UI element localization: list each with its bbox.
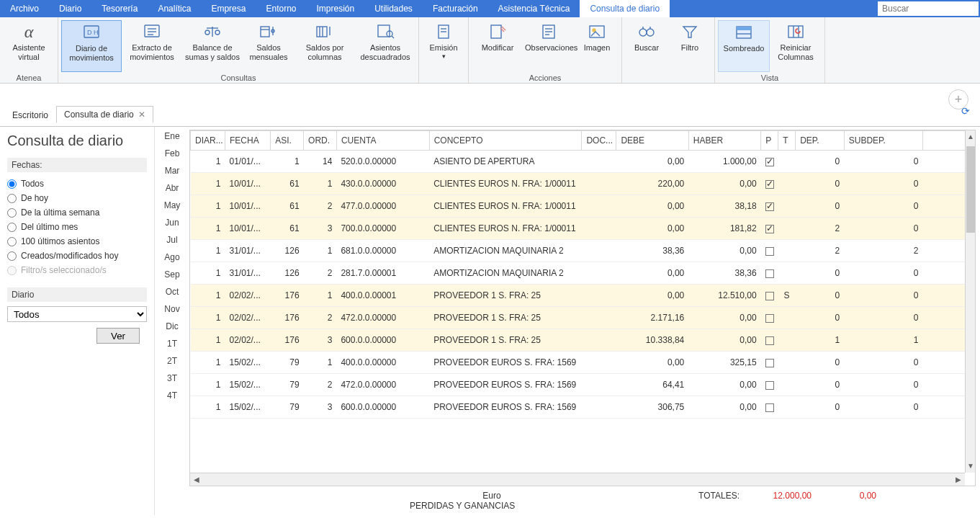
menu-consulta-de-diario[interactable]: Consulta de diario xyxy=(580,0,670,17)
menu-asistencia-técnica[interactable]: Asistencia Técnica xyxy=(488,0,580,17)
scroll-right-icon[interactable]: ▶ xyxy=(952,473,965,486)
col-header[interactable]: CUENTA xyxy=(336,131,429,151)
menu-utilidades[interactable]: Utilidades xyxy=(364,0,423,17)
month-4t[interactable]: 4T xyxy=(167,390,177,401)
table-row[interactable]: 110/01/...611430.0.0.00000CLIENTES EUROS… xyxy=(191,173,975,195)
ribbon-extracto-de-movimientos[interactable]: Extracto de movimientos xyxy=(122,20,182,72)
col-header[interactable]: ASI. xyxy=(271,131,304,151)
col-header[interactable]: DEBE xyxy=(616,131,688,151)
radio-todos[interactable]: Todos xyxy=(7,177,147,191)
vertical-scrollbar[interactable]: ▲ ▼ xyxy=(965,130,975,473)
ribbon-observaciones[interactable]: Observaciones xyxy=(523,20,575,72)
checkbox-icon[interactable] xyxy=(765,403,774,412)
month-jul[interactable]: Jul xyxy=(166,235,177,245)
checkbox-icon[interactable] xyxy=(765,292,774,300)
menu-facturación[interactable]: Facturación xyxy=(423,0,488,17)
ribbon-asistente-virtual[interactable]: αAsistente virtual xyxy=(3,20,55,72)
tab-escritorio[interactable]: Escritorio xyxy=(4,107,56,123)
radio-input[interactable] xyxy=(7,251,17,261)
radio-creados-modificados-hoy[interactable]: Creados/modificados hoy xyxy=(7,249,147,263)
radio-input[interactable] xyxy=(7,194,17,203)
ribbon-saldos-por-columnas[interactable]: Saldos por columnas xyxy=(295,20,355,72)
month-ene[interactable]: Ene xyxy=(164,131,179,141)
radio-input[interactable] xyxy=(7,237,17,246)
col-header[interactable]: SUBDEP. xyxy=(844,131,922,151)
col-header[interactable]: ORD. xyxy=(304,131,337,151)
month-may[interactable]: May xyxy=(164,200,181,210)
ribbon-sombreado[interactable]: Sombreado xyxy=(718,20,770,72)
menu-diario[interactable]: Diario xyxy=(49,0,91,17)
col-header[interactable]: FECHA xyxy=(225,131,271,151)
radio-input[interactable] xyxy=(7,179,17,189)
checkbox-icon[interactable] xyxy=(765,314,774,323)
search-input[interactable] xyxy=(878,1,979,16)
checkbox-icon[interactable] xyxy=(765,269,774,278)
radio-del-ltimo-mes[interactable]: Del último mes xyxy=(7,220,147,234)
table-row[interactable]: 131/01/...1261681.0.0.00000AMORTIZACION … xyxy=(191,240,975,262)
month-3t[interactable]: 3T xyxy=(167,373,177,383)
checkbox-icon[interactable] xyxy=(765,202,774,211)
ribbon-saldos-mensuales[interactable]: Saldos mensuales xyxy=(243,20,295,72)
diario-select[interactable]: Todos xyxy=(7,306,147,322)
table-row[interactable]: 101/01/...114520.0.0.00000ASIENTO DE APE… xyxy=(191,151,975,173)
checkbox-icon[interactable] xyxy=(765,381,774,390)
menu-empresa[interactable]: Empresa xyxy=(201,0,256,17)
month-nov[interactable]: Nov xyxy=(164,304,179,314)
menu-archivo[interactable]: Archivo xyxy=(0,0,49,17)
radio-input[interactable] xyxy=(7,208,17,218)
ribbon-asientos-descuadrados[interactable]: Asientos descuadrados xyxy=(355,20,415,72)
month-ago[interactable]: Ago xyxy=(164,252,179,262)
ribbon-emisión[interactable]: Emisión ▾ xyxy=(422,20,465,72)
radio-de-la-ltima-semana[interactable]: De la última semana xyxy=(7,205,147,220)
table-row[interactable]: 115/02/...793600.0.0.00000PROVEEDOR EURO… xyxy=(191,396,975,419)
col-header[interactable]: DEP. xyxy=(796,131,845,151)
horizontal-scrollbar[interactable]: ◀ ▶ xyxy=(190,473,965,486)
ribbon-filtro[interactable]: Filtro xyxy=(668,20,711,72)
table-row[interactable]: 110/01/...612477.0.0.00000CLIENTES EUROS… xyxy=(191,195,975,218)
month-1t[interactable]: 1T xyxy=(167,339,177,349)
menu-entorno[interactable]: Entorno xyxy=(256,0,306,17)
checkbox-icon[interactable] xyxy=(765,225,774,233)
month-oct[interactable]: Oct xyxy=(166,287,179,297)
month-dic[interactable]: Dic xyxy=(166,321,178,331)
checkbox-icon[interactable] xyxy=(765,158,774,166)
menu-analítica[interactable]: Analítica xyxy=(148,0,201,17)
scroll-down-icon[interactable]: ▼ xyxy=(966,460,976,473)
month-2t[interactable]: 2T xyxy=(167,356,177,366)
ribbon-buscar[interactable]: Buscar xyxy=(625,20,668,72)
table-row[interactable]: 115/02/...791400.0.0.00000PROVEEDOR EURO… xyxy=(191,352,975,374)
table-row[interactable]: 102/02/...1763600.0.0.00000PROVEEDOR 1 S… xyxy=(191,329,975,352)
month-abr[interactable]: Abr xyxy=(166,183,179,193)
checkbox-icon[interactable] xyxy=(765,359,774,367)
menu-tesorería[interactable]: Tesorería xyxy=(91,0,148,17)
col-header[interactable]: DIAR... xyxy=(191,131,225,151)
ribbon-modificar[interactable]: Modificar xyxy=(472,20,523,72)
table-row[interactable]: 110/01/...613700.0.0.00000CLIENTES EUROS… xyxy=(191,218,975,240)
checkbox-icon[interactable] xyxy=(765,247,774,256)
scroll-up-icon[interactable]: ▲ xyxy=(966,130,976,143)
radio-de-hoy[interactable]: De hoy xyxy=(7,191,147,205)
month-jun[interactable]: Jun xyxy=(165,218,179,228)
col-header[interactable]: P xyxy=(761,131,778,151)
month-sep[interactable]: Sep xyxy=(164,269,179,280)
menu-impresión[interactable]: Impresión xyxy=(306,0,364,17)
scroll-thumb[interactable] xyxy=(966,146,975,233)
scroll-left-icon[interactable]: ◀ xyxy=(190,473,203,486)
refresh-icon[interactable]: ⟳ xyxy=(961,105,970,117)
ribbon-diario-de-movimientos[interactable]: D HDiario de movimientos xyxy=(61,20,122,72)
table-row[interactable]: 102/02/...1761400.0.0.00001PROVEEDOR 1 S… xyxy=(191,285,975,307)
month-mar[interactable]: Mar xyxy=(165,166,180,176)
ver-button[interactable]: Ver xyxy=(96,328,140,344)
ribbon-imagen[interactable]: Imagen xyxy=(575,20,619,72)
table-row[interactable]: 131/01/...1262281.7.0.00001AMORTIZACION … xyxy=(191,262,975,285)
ribbon-balance-de-sumas-y-saldos[interactable]: Balance de sumas y saldos xyxy=(182,20,243,72)
ribbon-reiniciar-columnas[interactable]: Reiniciar Columnas xyxy=(770,20,822,72)
col-header[interactable]: CONCEPTO xyxy=(429,131,582,151)
table-row[interactable]: 115/02/...792472.0.0.00000PROVEEDOR EURO… xyxy=(191,374,975,396)
col-header[interactable]: HABER xyxy=(688,131,760,151)
checkbox-icon[interactable] xyxy=(765,180,774,189)
month-feb[interactable]: Feb xyxy=(165,148,180,158)
radio-input[interactable] xyxy=(7,223,17,232)
col-header[interactable]: T xyxy=(778,131,796,151)
close-icon[interactable]: ✕ xyxy=(138,110,145,120)
